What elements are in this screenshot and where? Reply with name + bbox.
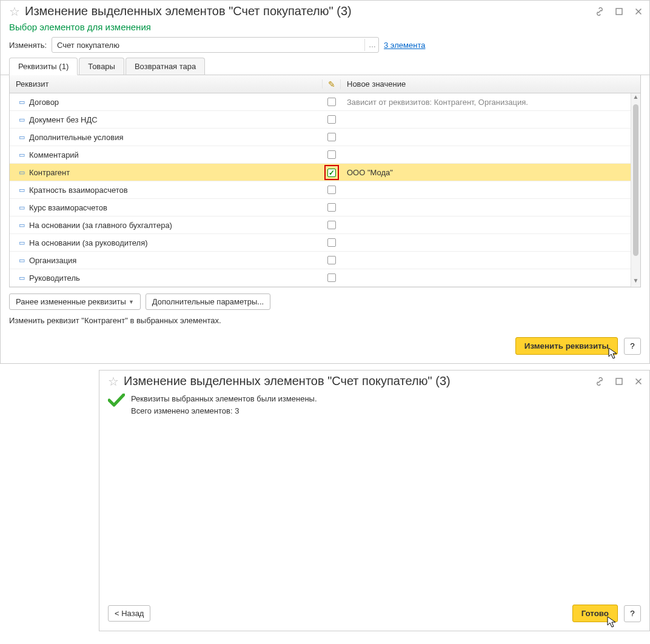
previously-changed-button[interactable]: Ранее измененные реквизиты ▼ bbox=[9, 293, 141, 310]
scroll-thumb[interactable] bbox=[633, 104, 638, 256]
row-icon: ▭ bbox=[15, 169, 29, 176]
success-check-icon bbox=[108, 393, 125, 410]
row-label: На основании (за главного бухгалтера) bbox=[29, 221, 323, 230]
help-button[interactable]: ? bbox=[624, 605, 641, 622]
table-row[interactable]: ▭Организация bbox=[10, 252, 640, 269]
grid-header: Реквизит ✎ Новое значение bbox=[10, 75, 640, 93]
row-checkbox[interactable] bbox=[327, 238, 336, 247]
button-label: Ранее измененные реквизиты bbox=[16, 297, 126, 306]
extra-params-button[interactable]: Дополнительные параметры... bbox=[146, 293, 270, 310]
change-value: Счет покупателю bbox=[57, 41, 119, 50]
table-row[interactable]: ▭Комментарий bbox=[10, 146, 640, 164]
row-value[interactable]: Зависит от реквизитов: Контрагент, Орган… bbox=[341, 98, 640, 107]
pencil-icon: ✎ bbox=[328, 79, 335, 89]
window-title: Изменение выделенных элементов "Счет пок… bbox=[124, 374, 595, 388]
link-icon[interactable] bbox=[595, 7, 605, 16]
row-checkbox[interactable] bbox=[327, 203, 336, 212]
row-icon: ▭ bbox=[15, 186, 29, 194]
scroll-up-icon[interactable]: ▲ bbox=[631, 93, 640, 103]
row-icon: ▭ bbox=[15, 204, 29, 212]
grid-scrollbar[interactable]: ▲ ▼ bbox=[631, 93, 640, 287]
titlebar: ☆ Изменение выделенных элементов "Счет п… bbox=[99, 371, 649, 389]
row-icon: ▭ bbox=[15, 98, 29, 106]
row-label: Курс взаиморасчетов bbox=[29, 203, 323, 212]
status-text: Изменить реквизит "Контрагент" в выбранн… bbox=[1, 314, 649, 332]
window-result: ☆ Изменение выделенных элементов "Счет п… bbox=[99, 370, 650, 631]
row-label: На основании (за руководителя) bbox=[29, 238, 323, 247]
row-label: Руководитель bbox=[29, 273, 323, 283]
tab-goods[interactable]: Товары bbox=[79, 58, 124, 75]
done-button[interactable]: Готово bbox=[572, 605, 618, 622]
requisites-grid: Реквизит ✎ Новое значение ▭Договор Завис… bbox=[9, 75, 641, 287]
row-label: Дополнительные условия bbox=[29, 133, 323, 142]
row-checkbox[interactable] bbox=[327, 115, 336, 124]
star-icon[interactable]: ☆ bbox=[108, 375, 119, 387]
help-button[interactable]: ? bbox=[624, 338, 641, 355]
footer: Изменить реквизиты ? bbox=[1, 332, 649, 363]
table-row[interactable]: ▭Договор Зависит от реквизитов: Контраге… bbox=[10, 93, 640, 111]
header-requisite[interactable]: Реквизит bbox=[10, 79, 323, 89]
scroll-down-icon[interactable]: ▼ bbox=[631, 277, 640, 287]
action-row: Ранее измененные реквизиты ▼ Дополнитель… bbox=[1, 293, 649, 314]
row-checkbox[interactable] bbox=[327, 98, 336, 106]
row-label: Организация bbox=[29, 256, 323, 265]
svg-rect-0 bbox=[616, 8, 622, 15]
row-icon: ▭ bbox=[15, 116, 29, 124]
close-icon[interactable] bbox=[634, 377, 643, 386]
row-checkbox[interactable] bbox=[327, 186, 336, 194]
row-icon: ▭ bbox=[15, 221, 29, 229]
result-body bbox=[99, 423, 649, 599]
tab-requisites[interactable]: Реквизиты (1) bbox=[9, 58, 78, 75]
elements-link[interactable]: 3 элемента bbox=[384, 41, 425, 50]
row-checkbox[interactable] bbox=[327, 221, 336, 229]
success-message: Реквизиты выбранных элементов были измен… bbox=[99, 389, 649, 423]
header-edit-icon[interactable]: ✎ bbox=[323, 79, 341, 89]
row-checkbox[interactable] bbox=[327, 150, 336, 159]
row-checkbox[interactable] bbox=[327, 133, 336, 141]
apply-button[interactable]: Изменить реквизиты bbox=[515, 337, 618, 355]
footer: < Назад Готово ? bbox=[99, 599, 649, 631]
back-button[interactable]: < Назад bbox=[108, 605, 150, 622]
header-new-value[interactable]: Новое значение bbox=[341, 79, 640, 89]
row-checkbox[interactable] bbox=[327, 273, 336, 282]
row-icon: ▭ bbox=[15, 239, 29, 247]
row-value[interactable]: ООО "Мода" bbox=[341, 168, 640, 177]
success-line2: Всего изменено элементов: 3 bbox=[131, 405, 317, 417]
tab-bar: Реквизиты (1) Товары Возвратная тара bbox=[1, 58, 649, 75]
row-label: Договор bbox=[29, 98, 323, 107]
row-label: Комментарий bbox=[29, 150, 323, 159]
close-icon[interactable] bbox=[634, 7, 643, 16]
svg-rect-1 bbox=[616, 378, 622, 384]
success-line1: Реквизиты выбранных элементов были измен… bbox=[131, 393, 317, 405]
row-icon: ▭ bbox=[15, 257, 29, 264]
ellipsis-icon[interactable]: … bbox=[364, 39, 376, 51]
row-label: Контрагент bbox=[29, 168, 323, 177]
row-checkbox[interactable] bbox=[327, 169, 336, 177]
change-field-row: Изменять: Счет покупателю … 3 элемента bbox=[1, 36, 649, 58]
table-row[interactable]: ▭На основании (за руководителя) bbox=[10, 234, 640, 252]
row-checkbox[interactable] bbox=[327, 256, 336, 264]
link-icon[interactable] bbox=[595, 377, 605, 386]
maximize-icon[interactable] bbox=[614, 377, 624, 386]
title-controls bbox=[595, 377, 643, 386]
row-icon: ▭ bbox=[15, 151, 29, 159]
row-label: Документ без НДС bbox=[29, 115, 323, 124]
table-row[interactable]: ▭Документ без НДС bbox=[10, 111, 640, 129]
table-row[interactable]: ▭Руководитель bbox=[10, 269, 640, 287]
window-edit-selected: ☆ Изменение выделенных элементов "Счет п… bbox=[0, 0, 650, 364]
row-label: Кратность взаиморасчетов bbox=[29, 186, 323, 195]
change-input[interactable]: Счет покупателю … bbox=[52, 37, 379, 53]
chevron-down-icon: ▼ bbox=[129, 299, 134, 305]
titlebar: ☆ Изменение выделенных элементов "Счет п… bbox=[1, 1, 649, 19]
maximize-icon[interactable] bbox=[614, 7, 624, 16]
row-icon: ▭ bbox=[15, 274, 29, 282]
table-row[interactable]: ▭Кратность взаиморасчетов bbox=[10, 181, 640, 199]
tab-containers[interactable]: Возвратная тара bbox=[126, 58, 205, 75]
row-icon: ▭ bbox=[15, 133, 29, 141]
table-row[interactable]: ▭На основании (за главного бухгалтера) bbox=[10, 216, 640, 234]
table-row[interactable]: ▭Дополнительные условия bbox=[10, 129, 640, 146]
table-row-selected[interactable]: ▭Контрагент ООО "Мода" bbox=[10, 164, 640, 181]
table-row[interactable]: ▭Курс взаиморасчетов bbox=[10, 199, 640, 216]
section-subtitle: Выбор элементов для изменения bbox=[1, 19, 649, 36]
star-icon[interactable]: ☆ bbox=[9, 5, 20, 18]
